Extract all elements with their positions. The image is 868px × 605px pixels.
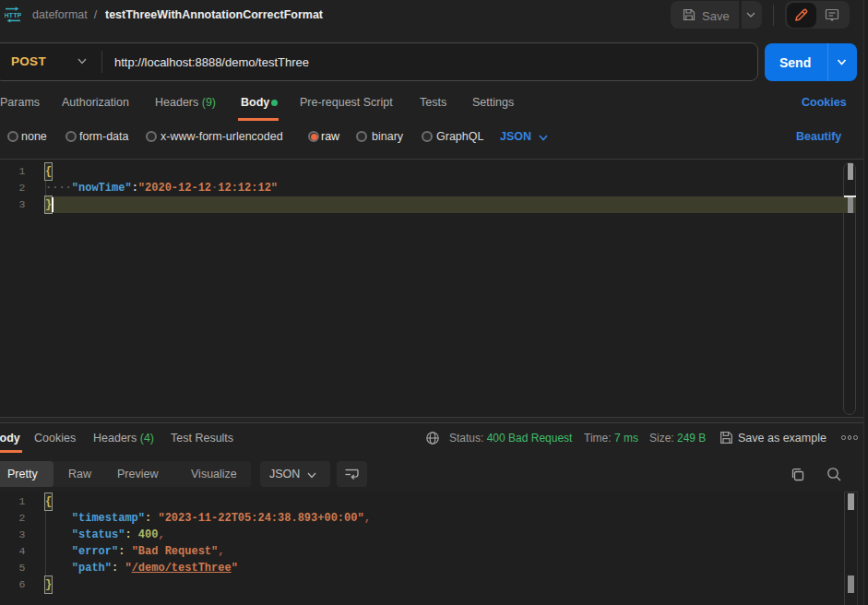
svg-text:HTTP: HTTP	[5, 11, 21, 19]
